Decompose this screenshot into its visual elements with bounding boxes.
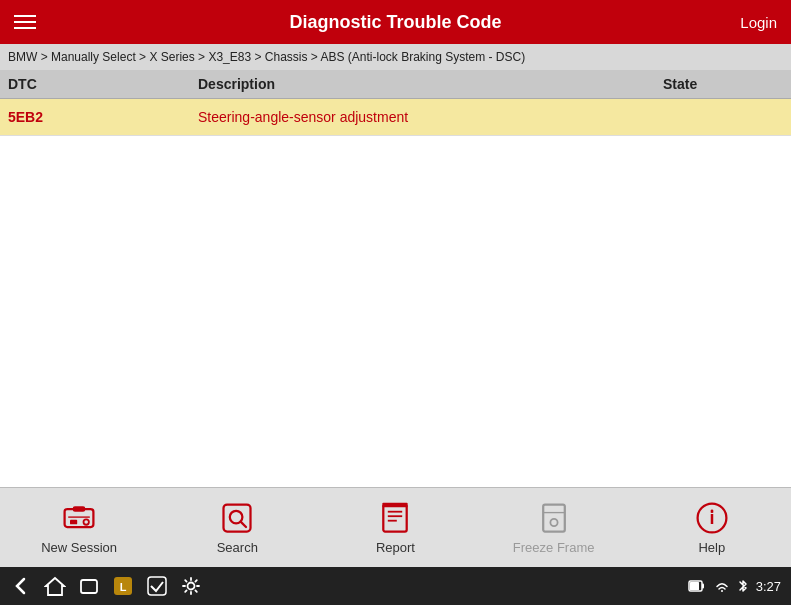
signal-icon bbox=[714, 579, 730, 593]
breadcrumb: BMW > Manually Select > X Series > X3_E8… bbox=[0, 44, 791, 70]
page-title: Diagnostic Trouble Code bbox=[289, 12, 501, 33]
svg-rect-8 bbox=[384, 505, 407, 532]
cell-dtc: 5EB2 bbox=[8, 109, 198, 125]
back-icon[interactable] bbox=[10, 575, 32, 597]
svg-point-15 bbox=[550, 519, 557, 526]
svg-line-7 bbox=[241, 522, 246, 527]
col-header-dtc: DTC bbox=[8, 76, 198, 92]
svg-rect-0 bbox=[65, 509, 94, 527]
svg-rect-26 bbox=[690, 582, 699, 590]
window-icon[interactable] bbox=[78, 575, 100, 597]
battery-icon bbox=[688, 579, 706, 593]
help-icon: i bbox=[694, 500, 730, 536]
col-header-state: State bbox=[663, 76, 783, 92]
system-bar-right: 3:27 bbox=[688, 578, 781, 594]
time-display: 3:27 bbox=[756, 579, 781, 594]
nav-item-search[interactable]: Search bbox=[172, 500, 302, 555]
freeze-frame-label: Freeze Frame bbox=[513, 540, 595, 555]
cell-description: Steering-angle-sensor adjustment bbox=[198, 109, 663, 125]
freeze-frame-icon bbox=[536, 500, 572, 536]
report-icon bbox=[377, 500, 413, 536]
login-button[interactable]: Login bbox=[740, 14, 777, 31]
new-session-label: New Session bbox=[41, 540, 117, 555]
svg-point-24 bbox=[188, 583, 195, 590]
nav-item-help[interactable]: i Help bbox=[647, 500, 777, 555]
nav-item-freeze-frame: Freeze Frame bbox=[489, 500, 619, 555]
svg-point-18 bbox=[710, 509, 713, 512]
system-bar: L bbox=[0, 567, 791, 605]
search-label: Search bbox=[217, 540, 258, 555]
nav-item-report[interactable]: Report bbox=[330, 500, 460, 555]
svg-rect-2 bbox=[70, 520, 77, 525]
table-header: DTC Description State bbox=[0, 70, 791, 99]
svg-rect-12 bbox=[383, 503, 408, 508]
home-icon[interactable] bbox=[44, 575, 66, 597]
svg-rect-27 bbox=[702, 584, 704, 589]
col-header-description: Description bbox=[198, 76, 663, 92]
report-label: Report bbox=[376, 540, 415, 555]
content-area bbox=[0, 136, 791, 487]
svg-text:L: L bbox=[120, 581, 127, 593]
svg-rect-20 bbox=[81, 580, 97, 593]
table-row[interactable]: 5EB2 Steering-angle-sensor adjustment bbox=[0, 99, 791, 136]
svg-marker-19 bbox=[46, 578, 64, 595]
system-bar-left: L bbox=[10, 575, 202, 597]
settings-icon[interactable] bbox=[180, 575, 202, 597]
svg-point-3 bbox=[84, 519, 89, 524]
hamburger-menu-icon[interactable] bbox=[14, 15, 36, 29]
app-icon-1[interactable]: L bbox=[112, 575, 134, 597]
help-label: Help bbox=[698, 540, 725, 555]
app-icon-2[interactable] bbox=[146, 575, 168, 597]
search-icon bbox=[219, 500, 255, 536]
bottom-nav: New Session Search Report bbox=[0, 487, 791, 567]
new-session-icon bbox=[61, 500, 97, 536]
nav-item-new-session[interactable]: New Session bbox=[14, 500, 144, 555]
cell-state bbox=[663, 109, 783, 125]
svg-rect-23 bbox=[148, 577, 166, 595]
bluetooth-icon bbox=[738, 578, 748, 594]
header: Diagnostic Trouble Code Login bbox=[0, 0, 791, 44]
